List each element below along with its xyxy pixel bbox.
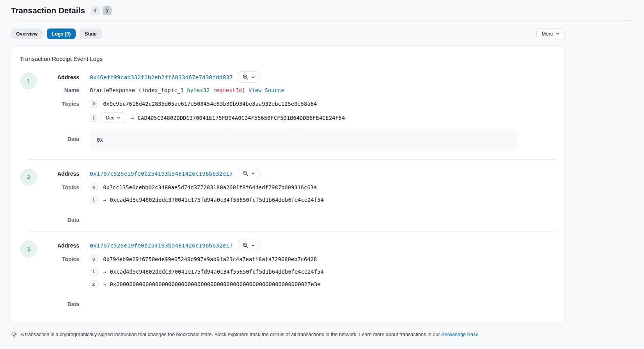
topic-index-badge[interactable]: 1 — [90, 268, 98, 276]
address-row: Address 0x1707c526e19fe0b254193b5481426c… — [46, 168, 556, 179]
topics-list: Topics 0 0x9e9bc7616d42c2835d05ae617e508… — [46, 100, 556, 123]
magnifier-plus-icon — [243, 242, 248, 248]
log-divider — [28, 231, 556, 231]
log-index-badge: 1 — [20, 72, 37, 89]
log-entry: 2 Address 0x1707c526e19fe0b254193b548142… — [20, 168, 556, 223]
topic-index-badge[interactable]: 0 — [90, 183, 98, 191]
topic-value: 0x794eb9e29f6750ede99e05248d997a9ab9fa23… — [103, 256, 317, 262]
topic-value: 0x9e9bc7616d42c2835d05ae617e508454e63b30… — [103, 101, 317, 107]
topic-value: 0x00000000000000000000000000000000000000… — [110, 281, 321, 287]
chevron-right-icon — [105, 9, 109, 13]
page-title: Transaction Details — [11, 6, 85, 15]
topic-index-badge[interactable]: 0 — [90, 100, 98, 108]
view-source-link[interactable]: View Source — [248, 87, 284, 93]
topics-label: Topics — [46, 256, 79, 262]
chevron-down-icon — [556, 32, 560, 35]
data-label: Data — [46, 210, 79, 223]
data-row: Data 0x — [46, 129, 556, 151]
previous-transaction-button[interactable] — [91, 6, 100, 15]
log-rows: Address 0x1707c526e19fe0b254193b5481426c… — [46, 168, 556, 223]
topic-value: 0xcad4d5c94802dddc370041e175fd94a0c34f55… — [110, 197, 324, 203]
chevron-down-icon — [251, 76, 255, 78]
topic-index-badge[interactable]: 0 — [90, 255, 98, 263]
footer-text-period: . — [479, 332, 480, 337]
tab-logs[interactable]: Logs (3) — [47, 28, 76, 39]
address-link[interactable]: 0x46eff99cab332f1b2eb2ff6813d67e7d30fdd0… — [90, 74, 233, 80]
more-dropdown-label: More — [541, 31, 553, 37]
tab-state[interactable]: State — [80, 28, 102, 39]
logs-container: 1 Address 0x46eff99cab332f1b2eb2ff6813d6… — [20, 71, 556, 307]
chevron-down-icon — [251, 173, 255, 175]
log-index-badge: 3 — [20, 240, 37, 258]
event-name-close-paren: ) — [242, 87, 248, 93]
topic-row: 1 → 0xcad4d5c94802dddc370041e175fd94a0c3… — [46, 268, 556, 276]
arrow-right-icon: → — [103, 269, 106, 275]
address-row: Address 0x1707c526e19fe0b254193b5481426c… — [46, 240, 556, 251]
event-name-row: Name OracleResponse (index_topic_1 bytes… — [46, 87, 556, 93]
address-label: Address — [46, 171, 79, 177]
topics-list: Topics 0 0x7cc135e0cebb02c3480ae5d74d377… — [46, 183, 556, 204]
lightbulb-icon — [11, 331, 18, 339]
log-data-value: 0x — [90, 129, 517, 151]
event-param-type: bytes32 — [187, 87, 209, 93]
topic-row: 1 Dec → CAD4D5C94802DDDC370041E175FD94A0… — [46, 112, 556, 123]
tab-overview[interactable]: Overview — [11, 28, 43, 39]
titlebar: Transaction Details — [11, 0, 565, 20]
magnifier-plus-icon — [243, 171, 248, 176]
address-search-button[interactable] — [238, 168, 259, 179]
log-rows: Address 0x46eff99cab332f1b2eb2ff6813d67e… — [46, 71, 556, 151]
log-index-badge: 2 — [20, 169, 37, 186]
footer-text: A transaction is a cryptographically sig… — [21, 332, 480, 337]
data-row: Data — [46, 210, 556, 223]
log-badge-column: 3 — [20, 240, 46, 307]
data-row: Data — [46, 294, 556, 307]
chevron-down-icon — [251, 244, 255, 247]
log-entry: 3 Address 0x1707c526e19fe0b254193b548142… — [20, 240, 556, 307]
address-link[interactable]: 0x1707c526e19fe0b254193b5481426c196b632e… — [90, 171, 233, 177]
event-name-text: OracleResponse (index_topic_1 — [90, 87, 187, 93]
next-transaction-button[interactable] — [103, 6, 112, 15]
more-dropdown-button[interactable]: More — [536, 28, 565, 39]
log-divider — [28, 159, 556, 160]
name-label: Name — [46, 87, 79, 93]
event-logs-card: Transaction Receipt Event Logs 1 Address… — [11, 45, 565, 324]
chevron-down-icon — [117, 117, 121, 119]
topic-index-badge[interactable]: 2 — [90, 280, 98, 288]
arrow-right-icon: → — [131, 115, 134, 121]
topic-row: Topics 0 0x9e9bc7616d42c2835d05ae617e508… — [46, 100, 556, 108]
topics-list: Topics 0 0x794eb9e29f6750ede99e05248d997… — [46, 255, 556, 288]
topic-index-badge[interactable]: 1 — [90, 196, 98, 204]
data-label: Data — [46, 129, 79, 142]
card-heading: Transaction Receipt Event Logs — [20, 55, 556, 62]
address-row: Address 0x46eff99cab332f1b2eb2ff6813d67e… — [46, 71, 556, 83]
address-link[interactable]: 0x1707c526e19fe0b254193b5481426c196b632e… — [90, 242, 233, 249]
log-badge-column: 2 — [20, 168, 46, 223]
topic-format-dropdown[interactable]: Dec — [101, 112, 125, 123]
magnifier-plus-icon — [243, 74, 248, 80]
topic-format-label: Dec — [106, 115, 114, 121]
knowledge-base-link[interactable]: Knowledge Base — [441, 332, 478, 337]
topic-row: 1 → 0xcad4d5c94802dddc370041e175fd94a0c3… — [46, 196, 556, 204]
log-rows: Address 0x1707c526e19fe0b254193b5481426c… — [46, 240, 556, 307]
topic-value: 0x7cc135e0cebb02c3480ae5d74d377283180a26… — [103, 184, 317, 191]
topics-label: Topics — [46, 101, 79, 107]
data-label: Data — [46, 294, 79, 307]
tabs-row: Overview Logs (3) State More — [11, 28, 565, 39]
topic-row: Topics 0 0x794eb9e29f6750ede99e05248d997… — [46, 255, 556, 263]
arrow-right-icon: → — [103, 281, 106, 287]
chevron-left-icon — [93, 9, 98, 13]
topic-index-badge[interactable]: 1 — [90, 114, 98, 122]
log-entry: 1 Address 0x46eff99cab332f1b2eb2ff6813d6… — [20, 71, 556, 151]
address-search-button[interactable] — [238, 240, 259, 251]
arrow-right-icon: → — [103, 197, 106, 203]
footer-note: A transaction is a cryptographically sig… — [11, 332, 633, 339]
topic-value: CAD4D5C94802DDDC370041E175FD94A0C34F5565… — [138, 115, 345, 121]
address-search-button[interactable] — [238, 71, 259, 83]
topics-label: Topics — [46, 184, 79, 191]
log-badge-column: 1 — [20, 71, 46, 151]
address-label: Address — [46, 74, 79, 80]
topic-row: 2 → 0x0000000000000000000000000000000000… — [46, 280, 556, 288]
topic-value: 0xcad4d5c94802dddc370041e175fd94a0c34f55… — [110, 269, 324, 275]
footer-text-body: A transaction is a cryptographically sig… — [21, 332, 441, 337]
event-param-name: requestId — [209, 87, 242, 93]
